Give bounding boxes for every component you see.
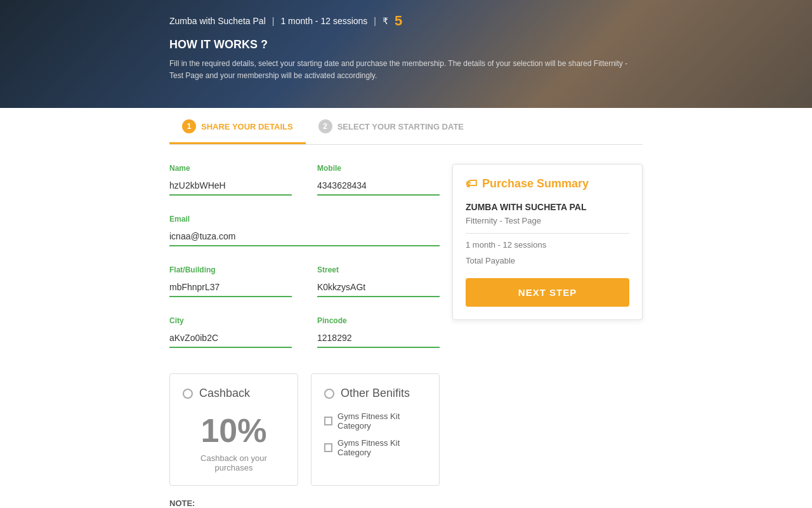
name-label: Name	[169, 164, 292, 173]
form-row-city-pincode: City Pincode	[169, 316, 440, 348]
email-label: Email	[169, 215, 440, 224]
purchase-summary: 🏷 Purchase Summary ZUMBA WITH SUCHETA PA…	[452, 164, 643, 320]
street-input[interactable]	[317, 278, 440, 297]
tab-label-2: SELECT YOUR STARTING DATE	[337, 122, 464, 131]
tab-label-1: SHARE YOUR DETAILS	[201, 122, 293, 131]
tabs: 1 SHARE YOUR DETAILS 2 SELECT YOUR START…	[169, 108, 643, 145]
main-content: 1 SHARE YOUR DETAILS 2 SELECT YOUR START…	[0, 108, 812, 508]
next-step-button[interactable]: NEXT STEP	[466, 278, 629, 307]
cashback-title: Cashback	[199, 387, 250, 400]
mobile-label: Mobile	[317, 164, 440, 173]
tab-share-details[interactable]: 1 SHARE YOUR DETAILS	[169, 108, 306, 144]
purchase-total-label: Total Payable	[466, 256, 629, 265]
purchase-summary-title: 🏷 Purchase Summary	[466, 177, 629, 190]
city-input[interactable]	[169, 329, 292, 348]
purchase-divider	[466, 233, 629, 234]
how-it-works-title: HOW IT WORKS ?	[169, 38, 643, 51]
hero-subtitle: Zumba with Sucheta Pal | 1 month - 12 se…	[169, 13, 643, 29]
hero-banner: Zumba with Sucheta Pal | 1 month - 12 se…	[0, 0, 812, 108]
flat-input[interactable]	[169, 278, 292, 297]
tab-select-date[interactable]: 2 SELECT YOUR STARTING DATE	[306, 108, 476, 144]
flat-label: Flat/Building	[169, 265, 292, 274]
city-label: City	[169, 316, 292, 325]
form-group-street: Street	[317, 265, 440, 297]
benefits-section: Cashback 10% Cashback on your purchases …	[169, 373, 440, 486]
purchase-title-text: Purchase Summary	[482, 177, 589, 190]
tag-icon: 🏷	[466, 177, 477, 190]
form-group-flat: Flat/Building	[169, 265, 292, 297]
name-input[interactable]	[169, 177, 292, 196]
purchase-venue: Fitternity - Test Page	[466, 216, 629, 225]
form-row-flat-street: Flat/Building Street	[169, 265, 440, 297]
other-benefits-list: Gyms Fitness Kit Category Gyms Fitness K…	[324, 411, 426, 457]
mobile-input[interactable]	[317, 177, 440, 196]
cashback-radio[interactable]	[183, 389, 193, 399]
form-row-name-mobile: Name Mobile	[169, 164, 440, 196]
other-benefits-card: Other Benifits Gyms Fitness Kit Category…	[311, 373, 440, 486]
email-input[interactable]	[169, 227, 440, 246]
benefit-item-1: Gyms Fitness Kit Category	[324, 411, 426, 431]
pincode-input[interactable]	[317, 329, 440, 348]
other-benefits-title: Other Benifits	[341, 387, 410, 400]
how-it-works-desc: Fill in the required details, select you…	[169, 58, 643, 82]
form-row-email: Email	[169, 215, 440, 246]
pincode-label: Pincode	[317, 316, 440, 325]
tab-num-1: 1	[182, 119, 196, 133]
note-section: NOTE:	[169, 498, 440, 508]
street-label: Street	[317, 265, 440, 274]
purchase-course-name: ZUMBA WITH SUCHETA PAL	[466, 202, 629, 212]
purchase-sessions: 1 month - 12 sessions	[466, 240, 629, 250]
other-benefits-radio[interactable]	[324, 389, 334, 399]
form-left: Name Mobile Email Flat/Building	[169, 164, 440, 508]
tab-num-2: 2	[318, 119, 332, 133]
form-group-email: Email	[169, 215, 440, 246]
benefit-item-label-2: Gyms Fitness Kit Category	[337, 438, 426, 457]
other-benefits-header: Other Benifits	[324, 387, 426, 400]
cashback-header: Cashback	[183, 387, 285, 400]
note-label: NOTE:	[169, 498, 195, 508]
hero-sessions: 1 month - 12 sessions	[280, 16, 367, 26]
hero-currency: ₹	[383, 16, 388, 26]
cashback-card: Cashback 10% Cashback on your purchases	[169, 373, 298, 486]
benefit-checkbox-1[interactable]	[324, 417, 332, 425]
form-group-mobile: Mobile	[317, 164, 440, 196]
form-group-city: City	[169, 316, 292, 348]
benefit-item-2: Gyms Fitness Kit Category	[324, 438, 426, 457]
form-group-pincode: Pincode	[317, 316, 440, 348]
form-group-name: Name	[169, 164, 292, 196]
hero-class-name: Zumba with Sucheta Pal	[169, 16, 266, 26]
cashback-desc: Cashback on your purchases	[183, 453, 285, 472]
hero-price: 5	[395, 13, 402, 29]
cashback-percent: 10%	[183, 411, 285, 450]
benefit-checkbox-2[interactable]	[324, 443, 332, 452]
benefit-item-label-1: Gyms Fitness Kit Category	[337, 411, 426, 431]
